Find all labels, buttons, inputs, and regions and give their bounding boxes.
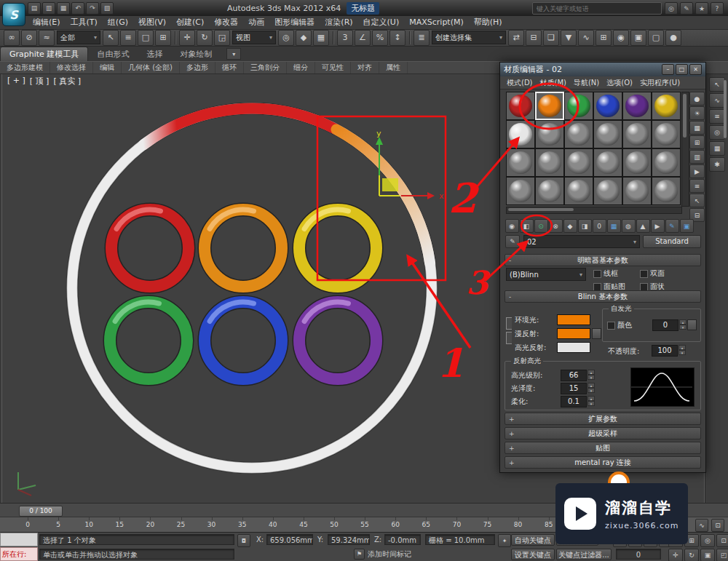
spinner-arrows-icon[interactable]: ▴▾ bbox=[679, 319, 687, 330]
x-coord-field[interactable]: 659.056mm bbox=[266, 534, 313, 545]
menu-item-11[interactable]: 帮助(H) bbox=[469, 16, 507, 29]
mirror-icon[interactable]: ⇄ bbox=[508, 30, 524, 46]
me-menu-2[interactable]: 导航(N) bbox=[570, 78, 603, 88]
sample-slot-3-5[interactable] bbox=[652, 177, 681, 205]
layer-manager-icon[interactable]: ❏ bbox=[543, 30, 559, 46]
rollout-closed-2[interactable]: +贴图 bbox=[505, 442, 701, 454]
sample-slot-1-3[interactable] bbox=[593, 120, 622, 148]
time-slider-handle[interactable]: 0 / 100 bbox=[19, 506, 63, 517]
me-menu-1[interactable]: 材质(M) bbox=[537, 78, 570, 88]
keyboard-override-icon[interactable]: ▦ bbox=[313, 30, 329, 46]
redo-icon[interactable]: ↷ bbox=[86, 2, 99, 15]
viewport-menu-general[interactable]: [ + ] bbox=[7, 76, 25, 87]
window-crossing-icon[interactable]: ⊞ bbox=[155, 30, 171, 46]
material-map-browser-icon[interactable]: ▣ bbox=[680, 219, 694, 233]
pick-material-eyedropper-icon[interactable]: ✎ bbox=[505, 235, 520, 248]
diffuse-swatch[interactable] bbox=[557, 328, 590, 339]
maximize-button[interactable]: □ bbox=[676, 64, 688, 75]
search-icon[interactable]: ◎ bbox=[665, 2, 678, 15]
help-icon[interactable]: ? bbox=[711, 2, 724, 15]
orbit-icon[interactable]: ↻ bbox=[684, 549, 699, 561]
maxscript-mini-listener-top[interactable] bbox=[0, 533, 38, 546]
modify-tab-icon[interactable]: ∿ bbox=[709, 93, 725, 108]
show-map-in-viewport-icon[interactable]: ▦ bbox=[607, 219, 621, 233]
sample-slot-0-4[interactable] bbox=[622, 92, 652, 120]
select-by-material-icon[interactable]: ↖ bbox=[689, 194, 705, 207]
menu-item-3[interactable]: 视图(V) bbox=[133, 16, 171, 29]
sample-slot-2-4[interactable] bbox=[622, 148, 652, 177]
sample-slot-2-3[interactable] bbox=[593, 148, 622, 177]
select-and-scale-icon[interactable]: ◲ bbox=[214, 30, 230, 46]
me-menu-3[interactable]: 选项(O) bbox=[603, 78, 636, 88]
undo-icon[interactable]: ↶ bbox=[71, 2, 84, 15]
favorites-icon[interactable]: ★ bbox=[695, 2, 708, 15]
spinner-arrows-icon[interactable]: ▴▾ bbox=[587, 370, 595, 380]
selfillum-color-checkbox[interactable]: 颜色 bbox=[607, 320, 632, 330]
show-end-result-icon[interactable]: ◍ bbox=[622, 219, 636, 233]
glossiness-value[interactable]: 15 bbox=[561, 383, 587, 394]
named-selection-sets-dropdown[interactable]: 创建选择集▾ bbox=[432, 31, 506, 44]
sample-scrollbar-horizontal[interactable] bbox=[506, 207, 682, 214]
spinner-arrows-icon[interactable]: ▴▾ bbox=[587, 396, 595, 406]
soften-value[interactable]: 0.1 bbox=[561, 396, 587, 407]
open-file-icon[interactable]: ▥ bbox=[42, 2, 55, 15]
sample-slot-0-2[interactable] bbox=[564, 92, 593, 120]
menu-item-10[interactable]: MAXScript(M) bbox=[404, 16, 469, 29]
rollout-closed-1[interactable]: +超级采样 bbox=[505, 427, 701, 439]
ribbon-subtab-0[interactable]: 多边形建模 bbox=[0, 62, 50, 73]
align-icon[interactable]: ⊟ bbox=[526, 30, 542, 46]
bind-to-space-warp-icon[interactable]: ≈ bbox=[39, 30, 55, 46]
background-icon[interactable]: ▦ bbox=[689, 121, 705, 135]
communication-center-icon[interactable]: ✎ bbox=[680, 2, 693, 15]
torus-red[interactable] bbox=[98, 196, 203, 301]
unlink-selection-icon[interactable]: ⊘ bbox=[21, 30, 37, 46]
put-to-library-icon[interactable]: ◨ bbox=[578, 219, 592, 233]
sample-type-icon[interactable]: ● bbox=[689, 92, 705, 106]
spinner-arrows-icon[interactable]: ▴▾ bbox=[678, 345, 686, 355]
go-forward-to-sibling-icon[interactable]: ▶ bbox=[651, 219, 665, 233]
lock-diffuse-specular-button[interactable] bbox=[506, 332, 512, 344]
sample-slot-2-5[interactable] bbox=[652, 148, 681, 177]
app-logo-button[interactable]: S bbox=[2, 3, 25, 26]
create-tab-icon[interactable]: ↖ bbox=[709, 77, 725, 92]
y-coord-field[interactable]: 59.324mm bbox=[328, 534, 370, 545]
sample-slot-2-2[interactable] bbox=[564, 148, 593, 177]
select-and-link-icon[interactable]: ∞ bbox=[4, 30, 20, 46]
ribbon-subtab-2[interactable]: 编辑 bbox=[93, 62, 122, 73]
put-material-to-scene-icon[interactable]: ◧ bbox=[520, 219, 534, 233]
sample-slot-2-1[interactable] bbox=[535, 148, 564, 177]
rollout-closed-3[interactable]: +mental ray 连接 bbox=[505, 456, 701, 469]
torus-green[interactable] bbox=[96, 288, 202, 394]
selfillum-map-button[interactable] bbox=[687, 319, 697, 330]
sample-slot-0-5[interactable] bbox=[652, 92, 681, 120]
menu-item-7[interactable]: 图形编辑器 bbox=[269, 16, 320, 29]
reset-map-icon[interactable]: ⊗ bbox=[549, 219, 563, 233]
lock-ambient-diffuse-button[interactable] bbox=[506, 317, 512, 330]
command-panel-scrollbar[interactable] bbox=[724, 80, 727, 138]
material-id-channel-icon[interactable]: 0 bbox=[593, 219, 606, 233]
use-pivot-point-icon[interactable]: ◎ bbox=[278, 30, 294, 46]
rollout-closed-0[interactable]: +扩展参数 bbox=[505, 413, 701, 425]
new-scene-icon[interactable]: ▤ bbox=[28, 2, 41, 15]
viewport-menu-pov[interactable]: [ 顶 ] bbox=[30, 76, 50, 87]
select-by-name-icon[interactable]: ≡ bbox=[120, 30, 136, 46]
hierarchy-tab-icon[interactable]: ≡ bbox=[709, 109, 725, 124]
auto-key-button[interactable]: 自动关键点 bbox=[511, 534, 555, 546]
sample-slot-1-0[interactable] bbox=[506, 120, 535, 148]
set-keys-icon[interactable]: ✦ bbox=[498, 534, 511, 547]
gizmo-xy-plane-handle[interactable] bbox=[382, 178, 398, 191]
minimize-button[interactable]: – bbox=[662, 64, 674, 75]
render-setup-icon[interactable]: ▣ bbox=[630, 30, 646, 46]
ribbon-subtab-7[interactable]: 细分 bbox=[287, 62, 315, 73]
motion-tab-icon[interactable]: ◎ bbox=[709, 125, 725, 140]
menu-item-5[interactable]: 修改器 bbox=[209, 16, 243, 29]
selection-lock-icon[interactable]: ◘ bbox=[237, 534, 250, 547]
material-editor-titlebar[interactable]: 材质编辑器 - 02 –□✕ bbox=[500, 63, 705, 76]
rollout-blinn-basic[interactable]: - Blinn 基本参数 bbox=[505, 290, 701, 303]
video-color-check-icon[interactable]: ▥ bbox=[689, 150, 705, 164]
ribbon-tab-0[interactable]: Graphite 建模工具 bbox=[0, 47, 88, 61]
me-menu-0[interactable]: 模式(D) bbox=[503, 78, 537, 88]
torus-purple[interactable] bbox=[285, 288, 391, 394]
pan-icon[interactable]: ✛ bbox=[668, 549, 683, 561]
menu-item-9[interactable]: 自定义(U) bbox=[358, 16, 405, 29]
